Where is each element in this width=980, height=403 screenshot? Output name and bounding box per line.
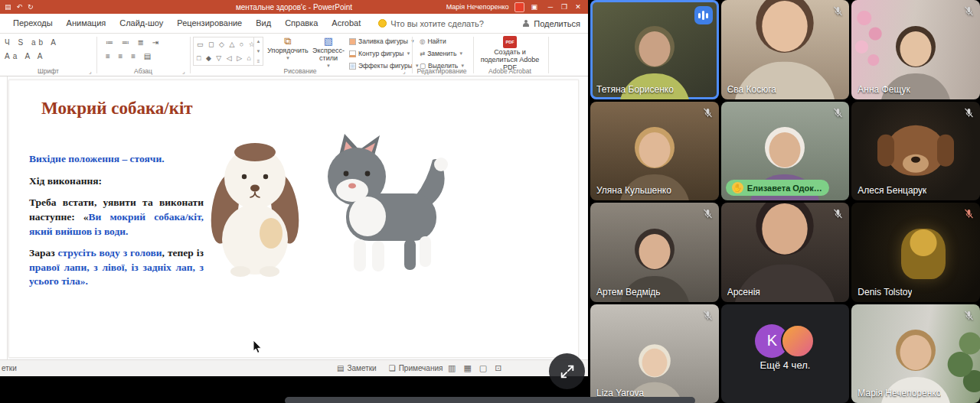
dialog-launcher-icon[interactable]: ⌟ (403, 68, 406, 75)
slide-paragraph: Зараз струсіть воду з голови, тепер із п… (29, 246, 204, 289)
avatar (781, 324, 815, 358)
chevron-down-icon: ▼ (286, 56, 290, 61)
notification-badge-icon[interactable] (514, 2, 524, 12)
slide-canvas[interactable]: Мокрий собака/кіт Вихідне положення – ст… (8, 80, 579, 358)
shape-fill-icon (349, 38, 356, 45)
scroll-up-icon[interactable]: ▲ (256, 39, 261, 44)
replace-button[interactable]: ⇄ Заменить ▼ (420, 50, 463, 57)
participant-name: Марія Нечепоренко (858, 388, 941, 398)
tab-acrobat[interactable]: Acrobat (325, 14, 368, 33)
participant-tile[interactable]: Алеся Бенцарук (851, 102, 980, 201)
mic-off-icon (832, 5, 844, 20)
overflow-avatars: K (755, 324, 815, 358)
tab-slideshow[interactable]: Слайд-шоу (113, 14, 170, 33)
expand-icon (559, 363, 576, 380)
slide-thumbnail-pane[interactable] (0, 76, 8, 360)
font-format-icons[interactable]: Ч S ab A (5, 38, 59, 47)
participant-tile[interactable]: Анна Фещук (851, 0, 980, 99)
participant-tile[interactable]: Марія Нечепоренко (851, 304, 980, 403)
close-button[interactable]: ✕ (571, 3, 585, 11)
tab-review[interactable]: Рецензирование (170, 14, 249, 33)
arrange-button[interactable]: ⧉ Упорядочить ▼ (266, 36, 309, 61)
normal-view-icon[interactable]: ▥ (448, 363, 456, 373)
slideshow-icon[interactable]: ⊡ (495, 363, 501, 373)
list-icons[interactable]: ≔ ≕ ≣ ⇥ (106, 38, 162, 47)
notes-toggle[interactable]: ▤ Заметки (337, 364, 377, 372)
slide-sorter-icon[interactable]: ▦ (463, 363, 471, 373)
shape-outline-button[interactable]: Контур фигуры ▼ (349, 50, 410, 57)
slide-paragraph: Вихідне положення – стоячи. (29, 152, 204, 167)
tab-animations[interactable]: Анимация (60, 14, 113, 33)
dialog-launcher-icon[interactable]: ⌟ (182, 68, 185, 75)
mic-off-icon (702, 310, 714, 324)
notes-icon: ▤ (337, 364, 344, 372)
arrange-icon: ⧉ (284, 36, 291, 47)
find-button[interactable]: ◎ Найти (420, 37, 446, 45)
tab-transitions[interactable]: Переходы (6, 14, 60, 33)
mic-off-icon (963, 107, 975, 122)
participant-tile[interactable]: Liza Yarova (590, 304, 719, 403)
participant-tile[interactable]: Denis Tolstoy (851, 203, 980, 302)
lightbulb-icon (378, 19, 387, 28)
group-label-paragraph: Абзац (96, 67, 190, 75)
gallery-scroll[interactable]: ▲ ▼ ≡ (253, 37, 263, 65)
shapes-gallery[interactable]: ▭ ◻ ◇ △ ○ ☆ □ ◆ ▽ ◁ ▷ ⌂ ▲ ▼ ≡ (193, 37, 263, 66)
overflow-tile[interactable]: K Ещё 4 чел. (721, 304, 850, 403)
call-controls-bar[interactable] (285, 397, 695, 403)
tab-view[interactable]: Вид (249, 14, 278, 33)
participant-tile[interactable]: Артем Ведмідь (590, 203, 719, 302)
mic-off-icon (963, 310, 975, 324)
minimize-button[interactable]: ─ (544, 3, 557, 11)
redo-icon[interactable]: ↻ (28, 3, 34, 11)
dog-filter-avatar (887, 125, 945, 176)
mic-off-icon (832, 107, 844, 122)
comments-toggle[interactable]: ❏ Примечания (389, 364, 443, 372)
shape-fill-button[interactable]: Заливка фигуры ▼ (349, 37, 415, 45)
slide-paragraph: Треба встати, уявити та виконати наступн… (29, 196, 204, 239)
quick-styles-button[interactable]: ▧ Экспресс-стили ▼ (311, 36, 346, 69)
screenshare-powerpoint: ▤ ↶ ↻ ментальне здоров'є - PowerPoint Ма… (0, 0, 588, 403)
undo-icon[interactable]: ↶ (17, 3, 23, 11)
restore-button[interactable]: ❐ (557, 3, 571, 11)
replace-icon: ⇄ (420, 50, 425, 57)
participant-tile[interactable]: Арсенія (721, 203, 850, 302)
create-pdf-button[interactable]: PDF Создать и поделиться Adobe PDF (478, 36, 542, 72)
group-separator (548, 37, 549, 73)
participant-name: Елизавета Одоки... (747, 184, 824, 193)
ribbon-tab-row: Переходы Анимация Слайд-шоу Рецензирован… (0, 14, 588, 34)
expand-presentation-button[interactable] (549, 353, 585, 389)
participant-name: Тетяна Борисенко (596, 84, 674, 95)
slide-workarea: Мокрий собака/кіт Вихідне положення – ст… (0, 76, 588, 360)
participant-tile[interactable]: Тетяна Борисенко (590, 0, 719, 99)
account-name[interactable]: Марія Нечепоренко (446, 3, 509, 11)
ribbon-options-icon[interactable]: ▣ (531, 3, 537, 11)
group-label-font: Шрифт (0, 67, 96, 75)
ribbon: Ч S ab A Aa A A Шрифт ⌟ ≔ ≕ ≣ ⇥ ≡ ≡ ≡ ▤ … (0, 34, 588, 77)
gallery-more-icon[interactable]: ≡ (257, 59, 260, 63)
participant-grid: Тетяна Борисенко Єва Косюга Анна Фещук У… (590, 0, 980, 403)
participant-name: Єва Косюга (727, 84, 776, 95)
tell-me-box[interactable]: Что вы хотите сделать? (378, 19, 484, 28)
hand-raised-badge: ✋ Елизавета Одоки... (726, 180, 830, 196)
audio-level-icon (694, 6, 713, 24)
ppt-statusbar: етки ▤ Заметки ❏ Примечания ▥ ▦ ▢ ⊡ (0, 359, 588, 377)
align-icons[interactable]: ≡ ≡ ≡ ▤ (106, 52, 154, 60)
scroll-down-icon[interactable]: ▼ (256, 49, 261, 54)
tab-help[interactable]: Справка (278, 14, 325, 33)
slide-paragraph: Хід виконання: (29, 174, 204, 189)
dialog-launcher-icon[interactable]: ⌟ (89, 68, 92, 75)
font-case-icons[interactable]: Aa A A (5, 52, 45, 60)
find-icon: ◎ (420, 37, 425, 45)
share-button[interactable]: Поделиться (522, 19, 580, 28)
reading-view-icon[interactable]: ▢ (479, 363, 487, 373)
person-icon (522, 20, 530, 28)
participant-tile[interactable]: Єва Косюга (721, 0, 850, 99)
save-icon[interactable]: ▤ (5, 3, 11, 11)
participant-tile[interactable]: Уляна Кульшенко (590, 102, 719, 201)
group-label-editing: Редактирование (412, 67, 472, 75)
chevron-down-icon: ▼ (459, 51, 463, 56)
mic-off-icon (963, 5, 975, 20)
participant-tile[interactable]: ✋ Елизавета Одоки... (721, 102, 850, 201)
overflow-count-label: Ещё 4 чел. (760, 359, 811, 371)
mic-off-icon (702, 107, 714, 122)
